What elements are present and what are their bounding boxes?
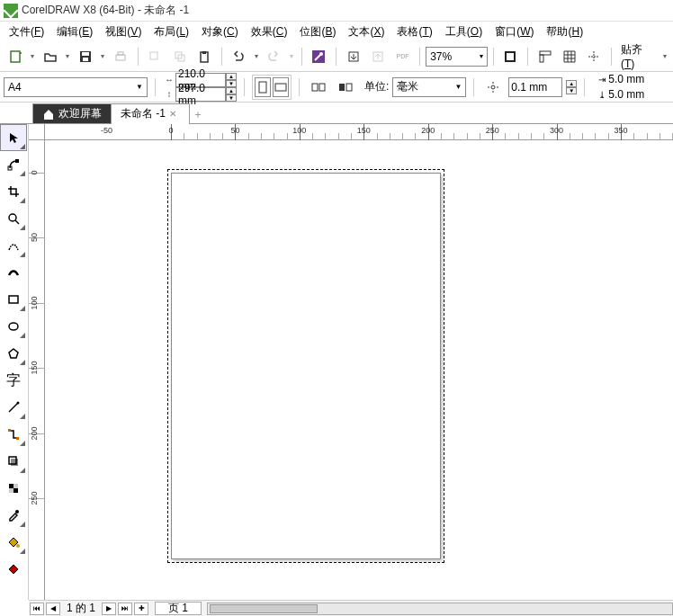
svg-marker-34	[9, 349, 18, 358]
copy-button[interactable]	[168, 45, 191, 68]
current-page-button[interactable]	[334, 76, 357, 99]
cut-button[interactable]	[144, 45, 166, 68]
all-pages-button[interactable]	[307, 76, 330, 99]
open-button[interactable]	[39, 45, 61, 68]
page-tab-1[interactable]: 页 1	[155, 602, 202, 615]
ruler-horizontal[interactable]: 050100150200250300350-5040	[45, 124, 673, 140]
save-button[interactable]	[74, 45, 96, 68]
ruler-origin[interactable]	[29, 124, 45, 140]
svg-point-33	[9, 323, 18, 330]
text-tool[interactable]: 字	[0, 367, 27, 394]
zoom-dropdown-icon[interactable]: ▾	[480, 52, 483, 60]
show-grid-button[interactable]	[558, 45, 580, 68]
freehand-tool[interactable]	[0, 232, 27, 259]
nudge-distance-input[interactable]: 0.1 mm	[508, 77, 562, 97]
menu-bitmap[interactable]: 位图(B)	[294, 22, 341, 41]
menu-edit[interactable]: 编辑(E)	[51, 22, 98, 41]
scrollbar-thumb[interactable]	[210, 604, 318, 613]
new-dropdown[interactable]: ▾	[28, 52, 37, 60]
crop-tool[interactable]	[0, 178, 27, 205]
dup-x-value[interactable]: 5.0 mm	[608, 73, 644, 85]
width-down[interactable]: ▼	[226, 80, 237, 87]
new-button[interactable]	[4, 45, 26, 68]
undo-dropdown[interactable]: ▾	[252, 52, 261, 60]
paste-button[interactable]	[193, 45, 215, 68]
menu-table[interactable]: 表格(T)	[391, 22, 437, 41]
nudge-up[interactable]: ▲	[566, 80, 577, 87]
show-rulers-button[interactable]	[534, 45, 556, 68]
menu-view[interactable]: 视图(V)	[100, 22, 147, 41]
svg-rect-38	[16, 437, 19, 440]
duplicate-distance: ⇥5.0 mm ⤓5.0 mm	[596, 72, 644, 103]
menu-file[interactable]: 文件(F)	[4, 22, 49, 41]
zoom-level-input[interactable]: 37% ▾	[426, 47, 487, 67]
search-content-button[interactable]	[308, 45, 330, 68]
ellipse-tool[interactable]	[0, 313, 27, 340]
drop-shadow-tool[interactable]	[0, 448, 27, 475]
parallel-dimension-tool[interactable]	[0, 394, 27, 421]
property-bar: A4 ▼ ↔ 210.0 mm ▲▼ ↕ 297.0 mm ▲▼ 单位: 毫米 …	[0, 72, 673, 103]
canvas[interactable]: 050100150200250300350-5040 0501001502002…	[29, 124, 673, 600]
portrait-button[interactable]	[255, 77, 271, 97]
prev-page-button[interactable]: ◀	[46, 603, 60, 615]
polygon-tool[interactable]	[0, 340, 27, 367]
redo-button[interactable]	[263, 45, 285, 68]
page[interactable]	[171, 173, 441, 559]
pick-tool[interactable]	[0, 124, 27, 151]
first-page-button[interactable]: ⏮	[30, 603, 44, 615]
zoom-tool[interactable]	[0, 205, 27, 232]
menu-tools[interactable]: 工具(O)	[440, 22, 488, 41]
menu-text[interactable]: 文本(X)	[343, 22, 390, 41]
tab-welcome[interactable]: 欢迎屏幕	[32, 103, 112, 123]
show-guidelines-button[interactable]	[583, 45, 606, 68]
height-up[interactable]: ▲	[226, 87, 237, 94]
transparency-tool[interactable]	[0, 475, 27, 502]
menu-object[interactable]: 对象(C)	[196, 22, 244, 41]
open-dropdown[interactable]: ▾	[63, 52, 72, 60]
export-button[interactable]	[367, 45, 390, 68]
horizontal-scrollbar[interactable]	[207, 603, 673, 615]
menu-effect[interactable]: 效果(C)	[246, 22, 293, 41]
window-title: CorelDRAW X8 (64-Bit) - 未命名 -1	[22, 3, 189, 18]
shape-tool[interactable]	[0, 151, 27, 178]
fullscreen-preview-button[interactable]	[499, 45, 522, 68]
width-up[interactable]: ▲	[226, 73, 237, 80]
units-select[interactable]: 毫米 ▼	[392, 77, 466, 97]
landscape-button[interactable]	[273, 77, 289, 97]
add-page-button[interactable]: ✚	[134, 603, 148, 615]
width-icon: ↔	[163, 75, 175, 85]
menu-window[interactable]: 窗口(W)	[489, 22, 539, 41]
svg-rect-23	[312, 84, 318, 91]
connector-tool[interactable]	[0, 421, 27, 448]
paper-size-select[interactable]: A4 ▼	[4, 77, 148, 97]
interactive-fill-tool[interactable]	[0, 529, 27, 556]
close-icon[interactable]: ✕	[169, 109, 180, 120]
nudge-down[interactable]: ▼	[566, 87, 577, 94]
ruler-vertical[interactable]: 050100150200250	[29, 140, 45, 600]
next-page-button[interactable]: ▶	[102, 603, 116, 615]
tab-document-1[interactable]: 未命名 -1 ✕	[111, 103, 190, 123]
svg-rect-22	[275, 84, 286, 91]
import-button[interactable]	[342, 45, 364, 68]
add-tab-button[interactable]: ＋	[189, 105, 207, 123]
page-height-input[interactable]: 297.0 mm	[175, 87, 226, 102]
save-dropdown[interactable]: ▾	[99, 52, 108, 60]
svg-rect-39	[11, 459, 18, 466]
snap-to-label[interactable]: 贴齐(T)	[617, 42, 659, 70]
height-down[interactable]: ▼	[226, 94, 237, 102]
page-dimensions: ↔ 210.0 mm ▲▼ ↕ 297.0 mm ▲▼	[163, 73, 237, 102]
redo-dropdown[interactable]: ▾	[287, 52, 296, 60]
publish-pdf-button[interactable]: PDF	[391, 45, 414, 68]
print-button[interactable]	[109, 45, 131, 68]
last-page-button[interactable]: ⏭	[118, 603, 132, 615]
menu-help[interactable]: 帮助(H)	[541, 22, 588, 41]
units-label: 单位:	[364, 79, 389, 94]
rectangle-tool[interactable]	[0, 286, 27, 313]
eyedropper-tool[interactable]	[0, 502, 27, 529]
undo-button[interactable]	[228, 45, 250, 68]
snap-dropdown[interactable]: ▾	[660, 52, 669, 60]
smart-fill-tool[interactable]	[0, 556, 27, 583]
dup-y-value[interactable]: 5.0 mm	[608, 88, 644, 101]
menu-layout[interactable]: 布局(L)	[148, 22, 194, 41]
artistic-media-tool[interactable]	[0, 259, 27, 286]
